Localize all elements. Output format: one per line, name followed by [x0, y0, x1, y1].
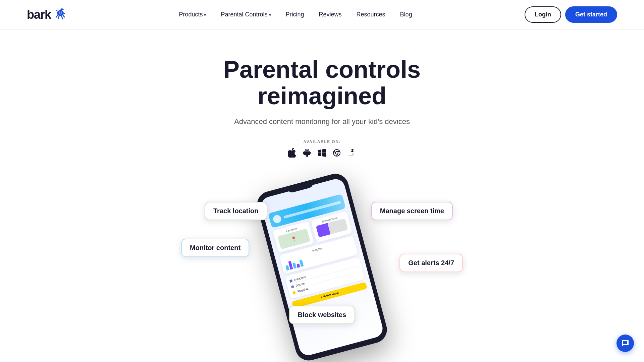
windows-icon	[318, 149, 326, 159]
chat-button[interactable]	[616, 335, 634, 352]
android-icon	[303, 148, 311, 160]
phone-illustration: Location 📍 Screen Time Insights	[171, 173, 473, 334]
chevron-down-icon: ▾	[269, 13, 271, 17]
svg-point-1	[59, 11, 60, 12]
login-button[interactable]: Login	[525, 6, 561, 23]
chrome-icon	[333, 149, 341, 159]
bubble-get-alerts: Get alerts 24/7	[399, 254, 463, 272]
nav-actions: Login Get started	[525, 6, 617, 23]
bubble-block-websites: Block websites	[289, 306, 355, 324]
logo[interactable]: bark	[27, 7, 66, 22]
hero-section: Parental controls reimagined Advanced co…	[0, 29, 644, 348]
nav-blog[interactable]: Blog	[394, 8, 418, 21]
phone-screen: Location 📍 Screen Time Insights	[259, 177, 385, 358]
bubble-monitor-content: Monitor content	[181, 239, 249, 257]
nav-pricing[interactable]: Pricing	[280, 8, 310, 21]
bubble-track-location: Track location	[205, 202, 267, 220]
platform-icons	[288, 148, 356, 160]
amazon-icon	[347, 148, 356, 160]
nav-reviews[interactable]: Reviews	[313, 8, 348, 21]
nav-products[interactable]: Products ▾	[173, 8, 212, 21]
hero-title: Parental controls reimagined	[171, 56, 473, 109]
chevron-down-icon: ▾	[204, 13, 206, 17]
nav-links: Products ▾ Parental Controls ▾ Pricing R…	[173, 8, 418, 21]
logo-text: bark	[27, 8, 51, 22]
navbar: bark Products ▾ Parental Contr	[0, 0, 644, 29]
logo-dog-icon	[54, 7, 66, 22]
nav-parental-controls[interactable]: Parental Controls ▾	[215, 8, 277, 21]
available-on-label: AVAILABLE ON:	[303, 139, 341, 144]
svg-point-2	[61, 11, 62, 12]
hero-subtitle: Advanced content monitoring for all your…	[234, 117, 410, 126]
get-started-button[interactable]: Get started	[565, 6, 617, 23]
apple-icon	[288, 148, 296, 160]
nav-resources[interactable]: Resources	[351, 8, 391, 21]
bubble-manage-screen-time: Manage screen time	[371, 202, 453, 220]
phone-body: Location 📍 Screen Time Insights	[254, 171, 390, 362]
